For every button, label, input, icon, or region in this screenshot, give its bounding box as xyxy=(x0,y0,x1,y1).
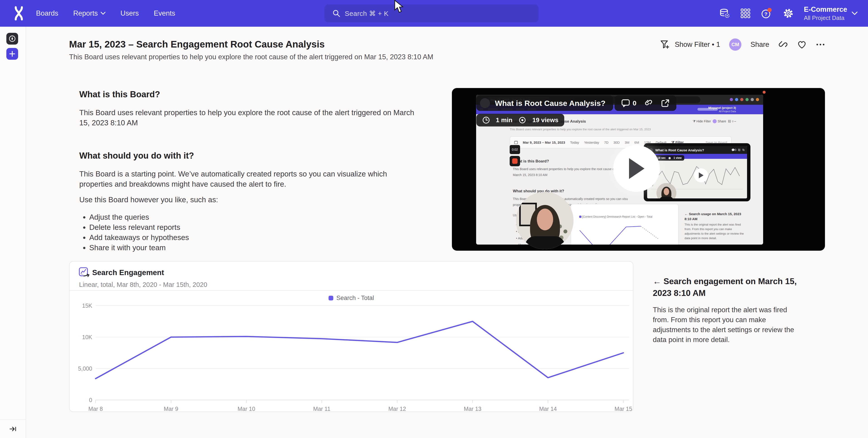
mini-report-legend: [Content Discovery] Omnisearch Report Li… xyxy=(579,215,652,218)
nested-video-frame: What is Root Cause Analysis? 💬0 ⛓ ⧉ 🕐18 … xyxy=(644,143,750,201)
nav-item-events[interactable]: Events xyxy=(154,9,175,18)
svg-text:Mar 10: Mar 10 xyxy=(238,406,255,412)
mouse-cursor xyxy=(394,0,404,13)
apps-grid-icon[interactable] xyxy=(741,8,750,18)
sidebar-footer xyxy=(0,419,26,438)
chevron-down-icon xyxy=(100,12,105,15)
notification-dot xyxy=(768,8,772,12)
project-selector[interactable]: E-Commerce All Project Data xyxy=(804,5,858,22)
nested-video-titlebar: What is Root Cause Analysis? 💬0 ⛓ ⧉ xyxy=(647,146,747,154)
video-stats-pill: 1 min 19 views xyxy=(476,114,564,127)
show-filter-button[interactable]: Show Filter • 1 xyxy=(675,40,720,48)
help-icon[interactable]: ? xyxy=(761,8,773,19)
intro-heading-1: What is this Board? xyxy=(79,90,419,99)
favorite-heart-icon[interactable] xyxy=(797,40,807,49)
left-sidebar xyxy=(0,27,26,438)
video-actions-pill: 0 xyxy=(615,96,676,111)
divider xyxy=(69,290,633,291)
plus-icon xyxy=(9,51,16,57)
list-item: Adjust the queries xyxy=(89,212,419,222)
note-heading[interactable]: ← Search engagement on March 15, 2023 8:… xyxy=(653,276,800,299)
line-chart: 05,00010K15KMar 8Mar 9Mar 10Mar 11Mar 12… xyxy=(69,302,634,412)
play-button[interactable] xyxy=(613,145,660,192)
list-item: Add takeaways or hypotheses xyxy=(89,232,419,242)
svg-text:0: 0 xyxy=(89,397,92,403)
note-body: This is the original report the alert wa… xyxy=(653,305,800,345)
clock-icon xyxy=(482,116,490,124)
board-description: What is this Board? This Board uses rele… xyxy=(79,90,419,253)
video-avatar-dot xyxy=(480,98,490,108)
directory-button[interactable] xyxy=(6,33,18,44)
intro-heading-2: What should you do with it? xyxy=(79,151,419,161)
filter-icon[interactable] xyxy=(660,40,670,49)
browser-extension-icons xyxy=(730,98,759,101)
svg-text:5,000: 5,000 xyxy=(78,365,92,372)
eye-icon: ◉ xyxy=(669,156,671,160)
legend-label: Search - Total xyxy=(336,295,374,302)
mini-page-subtitle: This Board uses relevant properties to h… xyxy=(510,128,651,131)
nav-item-reports[interactable]: Reports xyxy=(73,9,105,18)
nested-video-screen: What is Root Cause Analysis? 💬0 ⛓ ⧉ 🕐18 … xyxy=(647,146,747,198)
recorder-timer: 0:02 xyxy=(510,145,520,154)
video-player-card[interactable]: Mar 15, 2023 - Search Enga... Mixpanel (… xyxy=(452,88,825,251)
svg-text:15K: 15K xyxy=(82,302,92,309)
svg-text:Mar 12: Mar 12 xyxy=(389,406,406,412)
top-navigation-bar: Boards Reports Users Events Search ⌘ + K xyxy=(0,0,868,27)
copy-video-link-icon[interactable] xyxy=(644,99,653,108)
expand-sidebar-icon[interactable] xyxy=(9,425,17,433)
share-button[interactable]: Share xyxy=(750,40,769,48)
board-title[interactable]: Mar 15, 2023 – Search Engagement Root Ca… xyxy=(69,39,324,50)
board-header-controls: Show Filter • 1 CM Share xyxy=(660,36,825,53)
data-management-icon[interactable] xyxy=(720,8,730,19)
search-input[interactable]: Search ⌘ + K xyxy=(324,4,539,23)
intro-paragraph-2: This Board is a starting point. We’ve au… xyxy=(79,169,419,189)
mini-note-heading: ← Search usage on March 15, 2023 8:10 AM xyxy=(684,211,748,222)
mini-header-controls: ⧩ Hide Filter Share ⛓ ♡ ⋯ xyxy=(693,119,736,123)
video-title-pill: What is Root Cause Analysis? xyxy=(476,96,613,111)
primary-nav: Boards Reports Users Events xyxy=(36,0,175,27)
board-subtitle: This Board uses relevant properties to h… xyxy=(69,53,433,61)
mixpanel-board-page: Boards Reports Users Events Search ⌘ + K xyxy=(0,0,868,438)
nav-item-boards[interactable]: Boards xyxy=(36,9,58,18)
report-title[interactable]: Search Engagement xyxy=(92,268,164,277)
compass-icon xyxy=(9,35,16,42)
presenter-shirt xyxy=(525,236,565,249)
create-new-button[interactable] xyxy=(6,48,18,60)
report-subtitle: Linear, total, Mar 8th, 2020 - Mar 15th,… xyxy=(79,281,207,289)
mini-project-scope: All Project Data xyxy=(719,110,736,113)
video-title: What is Root Cause Analysis? xyxy=(495,99,606,108)
calendar-icon xyxy=(514,140,518,144)
video-views: 19 views xyxy=(532,116,558,124)
svg-text:Mar 11: Mar 11 xyxy=(313,406,331,412)
mixpanel-logo-icon[interactable] xyxy=(11,6,26,21)
gear-icon[interactable] xyxy=(783,8,794,19)
svg-text:?: ? xyxy=(764,11,768,17)
nested-video-actions: 💬0 ⛓ ⧉ xyxy=(732,148,745,151)
chevron-down-icon xyxy=(852,11,858,15)
svg-text:Mar 15: Mar 15 xyxy=(615,406,632,412)
mini-report-chart xyxy=(573,220,677,244)
svg-text:Mar 14: Mar 14 xyxy=(539,406,557,412)
mini-report-card: [Content Discovery] Omnisearch Report Li… xyxy=(570,204,679,244)
avatar[interactable]: CM xyxy=(729,38,741,51)
open-external-icon[interactable] xyxy=(661,99,670,107)
recorder-stop-button xyxy=(510,156,520,166)
report-card[interactable]: Search Engagement Linear, total, Mar 8th… xyxy=(69,261,633,412)
video-comments-button[interactable]: 0 xyxy=(621,99,637,107)
more-options-icon[interactable] xyxy=(816,43,825,46)
mini-date-range: Mar 9, 2023 – Mar 15, 2023 xyxy=(523,140,565,144)
video-duration: 1 min xyxy=(496,116,513,124)
mini-note-body: This is the original report the alert wa… xyxy=(684,223,746,240)
project-name: E-Commerce xyxy=(804,5,847,13)
search-icon xyxy=(333,9,340,17)
mini-p1b: March 15, 2023 8:10 AM xyxy=(513,173,548,177)
copy-link-icon[interactable] xyxy=(778,40,788,49)
intro-paragraph-1: This Board uses relevant properties to h… xyxy=(79,107,419,128)
intro-paragraph-3: Use this Board however you like, such as… xyxy=(79,195,419,205)
nav-item-users[interactable]: Users xyxy=(121,9,139,18)
search-placeholder: Search ⌘ + K xyxy=(345,9,389,18)
views-icon xyxy=(518,116,526,124)
svg-text:Mar 13: Mar 13 xyxy=(464,406,481,412)
list-item: Delete less relevant reports xyxy=(89,222,419,232)
chart-legend[interactable]: Search - Total xyxy=(329,295,374,302)
